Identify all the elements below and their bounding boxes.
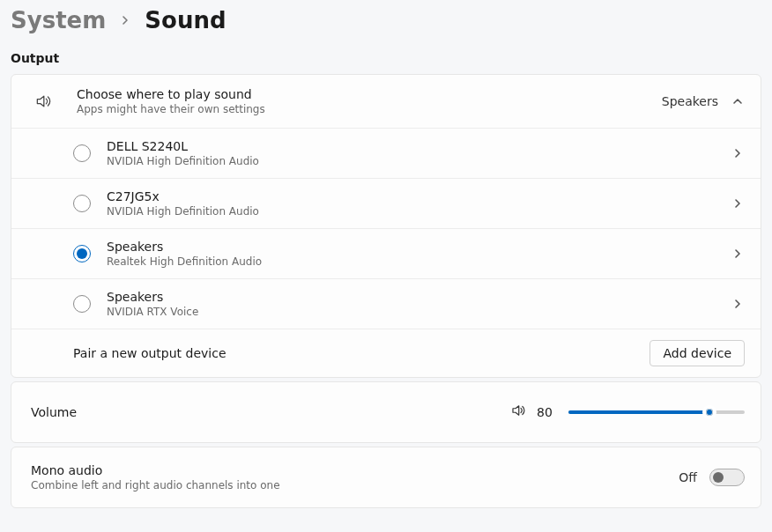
chevron-right-icon[interactable] — [731, 297, 745, 311]
device-driver: NVIDIA High Definition Audio — [107, 155, 731, 167]
device-row[interactable]: DELL S2240L NVIDIA High Definition Audio — [11, 128, 761, 178]
device-name: C27JG5x — [107, 189, 731, 203]
device-row[interactable]: Speakers Realtek High Definition Audio — [11, 228, 761, 278]
breadcrumb: System Sound — [11, 7, 761, 33]
device-name: Speakers — [107, 290, 731, 304]
chevron-right-icon[interactable] — [731, 247, 745, 261]
choose-where-title: Choose where to play sound — [77, 87, 662, 101]
volume-slider[interactable] — [568, 403, 745, 421]
add-device-button[interactable]: Add device — [650, 340, 745, 366]
device-driver: NVIDIA RTX Voice — [107, 306, 731, 318]
radio[interactable] — [73, 144, 91, 162]
slider-thumb-icon[interactable] — [702, 405, 716, 419]
output-choose-group: Choose where to play sound Apps might ha… — [11, 74, 761, 378]
choose-where-row[interactable]: Choose where to play sound Apps might ha… — [11, 75, 761, 128]
volume-row[interactable]: Volume 80 — [11, 382, 761, 442]
mono-audio-title: Mono audio — [31, 463, 679, 477]
pair-device-row: Pair a new output device Add device — [11, 329, 761, 377]
mono-audio-row[interactable]: Mono audio Combine left and right audio … — [11, 447, 761, 507]
section-output-header: Output — [11, 51, 761, 65]
device-row[interactable]: C27JG5x NVIDIA High Definition Audio — [11, 178, 761, 228]
volume-card: Volume 80 — [11, 381, 761, 443]
volume-label: Volume — [31, 405, 510, 419]
device-name: DELL S2240L — [107, 139, 731, 153]
breadcrumb-parent[interactable]: System — [11, 7, 106, 33]
speaker-icon — [31, 92, 56, 110]
volume-value: 80 — [537, 405, 558, 419]
breadcrumb-current: Sound — [145, 7, 226, 33]
device-row[interactable]: Speakers NVIDIA RTX Voice — [11, 278, 761, 329]
radio[interactable] — [73, 195, 91, 212]
chevron-right-icon — [120, 15, 130, 26]
mono-audio-sub: Combine left and right audio channels in… — [31, 479, 679, 491]
device-name: Speakers — [107, 240, 731, 254]
selected-device-summary: Speakers — [662, 94, 718, 108]
radio[interactable] — [73, 295, 91, 313]
mono-audio-toggle[interactable] — [709, 469, 745, 486]
pair-device-label: Pair a new output device — [73, 346, 650, 360]
chevron-up-icon[interactable] — [731, 94, 745, 108]
mono-audio-card: Mono audio Combine left and right audio … — [11, 447, 761, 508]
mono-audio-state: Off — [679, 470, 697, 484]
choose-where-sub: Apps might have their own settings — [77, 103, 662, 115]
device-driver: Realtek High Definition Audio — [107, 255, 731, 268]
chevron-right-icon[interactable] — [731, 146, 745, 160]
speaker-icon[interactable] — [510, 403, 526, 422]
chevron-right-icon[interactable] — [731, 196, 745, 211]
radio[interactable] — [73, 245, 91, 262]
device-driver: NVIDIA High Definition Audio — [107, 205, 731, 218]
